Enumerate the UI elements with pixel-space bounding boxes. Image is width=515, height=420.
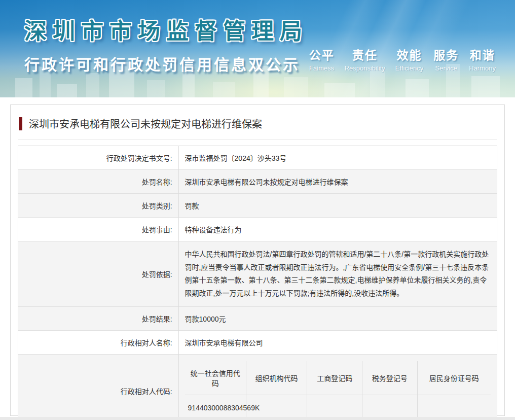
code-header-cell: 统一社会信用代码 [185,361,246,395]
page-footer [0,417,515,420]
motto-pair: 责任Responsibility [345,46,385,72]
table-row: 处罚类别:罚款 [18,194,497,218]
motto-group: 公平Faimess责任Responsibility效能Efficiency服务S… [309,46,496,72]
table-row: 处罚依据:中华人民共和国行政处罚法/第四章行政处罚的管辖和适用/第二十八条/第一… [18,241,497,307]
motto-pair: 和谐Harmony [469,46,496,72]
code-table-cell: 统一社会信用代码组织机构代码工商登记码税务登记号居民身份证号码914403000… [178,355,497,420]
motto-pair: 服务Service [433,46,459,72]
penalty-info-table: 行政处罚决定书文号:深市监福处罚〔2024〕沙头33号处罚名称:深圳市安承电梯有… [18,146,497,420]
motto-cn: 责任 [352,46,378,63]
motto-en: Efficiency [395,64,423,72]
row-value: 深圳市安承电梯有限公司 [178,331,497,355]
org-title: 深圳市市场监督管理局 [24,13,308,46]
code-value-cell: 91440300088304569K [185,395,246,420]
motto-cn: 效能 [397,46,422,63]
code-header-row: 统一社会信用代码组织机构代码工商登记码税务登记号居民身份证号码 [185,361,491,395]
row-value: 特种设备违法行为 [178,218,497,241]
site-banner: 深圳市市场监督管理局 行政许可和行政处罚信用信息双公示 公平Faimess责任R… [0,0,515,97]
motto-en: Responsibility [345,64,385,72]
row-label: 处罚依据: [18,241,179,307]
case-title-bar: 深圳市安承电梯有限公司未按规定对电梯进行维保案 [18,114,497,139]
code-value-row: 91440300088304569K [185,395,491,420]
motto-cn: 公平 [309,46,335,63]
code-header-cell: 居民身份证号码 [417,361,491,395]
motto-en: Harmony [469,64,496,72]
table-row: 行政相对人代码:统一社会信用代码组织机构代码工商登记码税务登记号居民身份证号码9… [18,355,497,420]
table-row: 处罚结果:罚款10000元 [18,307,497,331]
row-value: 中华人民共和国行政处罚法/第四章行政处罚的管辖和适用/第二十八条/第一款行政机关… [178,241,497,307]
row-label: 处罚结果: [18,307,179,331]
banner-subtitle: 行政许可和行政处罚信用信息双公示 [24,52,308,75]
motto-en: Faimess [309,64,334,72]
code-header-cell: 工商登记码 [307,361,362,395]
party-code-table: 统一社会信用代码组织机构代码工商登记码税务登记号居民身份证号码914403000… [185,361,491,420]
row-value: 深圳市安承电梯有限公司未按规定对电梯进行维保案 [178,170,497,194]
row-label: 行政相对人代码: [18,355,179,420]
motto-pair: 公平Faimess [309,46,335,72]
row-label: 处罚事由: [18,218,179,241]
motto-en: Service [435,64,457,72]
row-value: 罚款10000元 [178,307,497,331]
table-row: 处罚事由:特种设备违法行为 [18,218,497,241]
code-value-cell [307,395,362,420]
penalty-table-body: 行政处罚决定书文号:深市监福处罚〔2024〕沙头33号处罚名称:深圳市安承电梯有… [18,146,497,420]
row-value: 罚款 [178,194,497,218]
motto-cn: 服务 [433,46,459,63]
code-value-cell [362,395,418,420]
row-value: 深市监福处罚〔2024〕沙头33号 [178,146,497,170]
row-label: 处罚类别: [18,194,179,218]
code-header-cell: 组织机构代码 [246,361,307,395]
motto-pair: 效能Efficiency [395,46,423,72]
content-panel: 深圳市安承电梯有限公司未按规定对电梯进行维保案 行政处罚决定书文号:深市监福处罚… [10,104,505,416]
case-title: 深圳市安承电梯有限公司未按规定对电梯进行维保案 [29,116,262,131]
title-accent-bar [19,117,22,130]
table-row: 行政处罚决定书文号:深市监福处罚〔2024〕沙头33号 [18,146,497,170]
row-label: 行政处罚决定书文号: [18,146,179,170]
row-label: 行政相对人名称: [18,331,179,355]
code-header-cell: 税务登记号 [362,361,418,395]
row-label: 处罚名称: [18,170,179,194]
table-row: 行政相对人名称:深圳市安承电梯有限公司 [18,331,497,355]
table-row: 处罚名称:深圳市安承电梯有限公司未按规定对电梯进行维保案 [18,170,497,194]
code-value-cell [417,395,491,420]
motto-cn: 和谐 [470,46,495,63]
